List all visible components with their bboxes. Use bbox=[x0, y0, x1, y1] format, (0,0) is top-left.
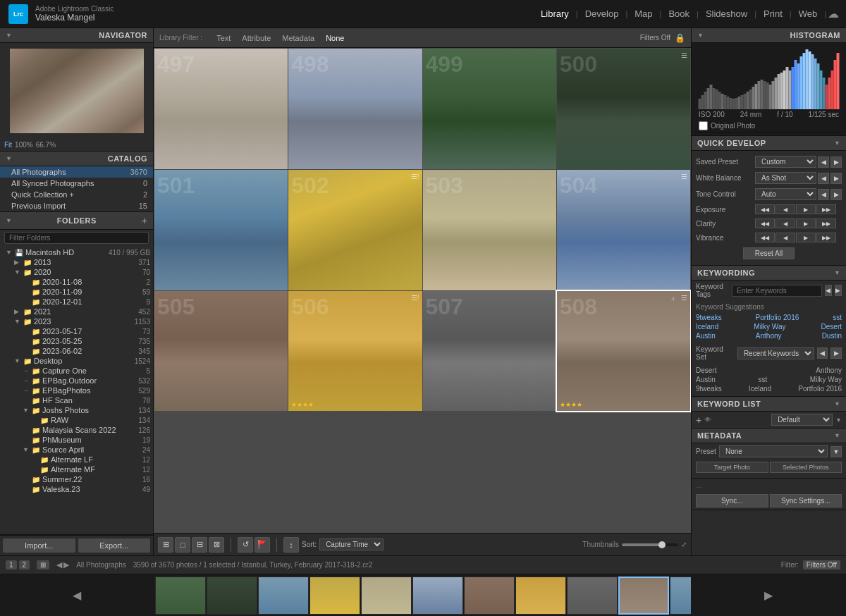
rotate-btn[interactable]: ↺ bbox=[238, 537, 253, 553]
folder-macintosh-hd[interactable]: ▼ 💾 Macintosh HD 410 / 995 GB bbox=[0, 247, 153, 257]
photo-cell-508[interactable]: 508 ☰ 4 ★★★★ bbox=[557, 291, 690, 412]
saved-preset-next-btn[interactable]: ▶ bbox=[830, 156, 842, 168]
film-thumb-505[interactable] bbox=[464, 577, 515, 615]
folder-joshs-photos[interactable]: ▼ 📁 Joshs Photos 134 bbox=[0, 405, 153, 415]
kw-tag-dustin[interactable]: Dustin bbox=[822, 332, 842, 340]
photo-cell-503[interactable]: 503 bbox=[423, 170, 556, 290]
keyword-visibility-icon[interactable]: 👁 bbox=[704, 416, 711, 424]
folder-20201201[interactable]: 📁 2020-12-01 9 bbox=[0, 297, 153, 307]
keyword-list-arrow[interactable]: ▼ bbox=[835, 417, 842, 424]
export-button[interactable]: Export... bbox=[78, 538, 151, 553]
zoom-fit[interactable]: Fit bbox=[4, 141, 12, 149]
film-thumb-499[interactable] bbox=[155, 577, 206, 615]
slider-thumb[interactable] bbox=[658, 541, 666, 548]
kw-set-next-btn[interactable]: ▶ bbox=[830, 347, 842, 359]
photo-cell-500[interactable]: 500 ☰ bbox=[557, 49, 690, 169]
metadata-preset-select[interactable]: None bbox=[719, 445, 828, 457]
tone-prev-btn[interactable]: ◀ bbox=[818, 189, 829, 200]
folder-epbagphotos[interactable]: → 📁 EPBagPhotos 529 bbox=[0, 386, 153, 395]
nav-web[interactable]: Web bbox=[793, 6, 823, 22]
kw-tag-austin[interactable]: Austin bbox=[696, 332, 716, 340]
folder-20230525[interactable]: 📁 2023-05-25 735 bbox=[0, 336, 153, 346]
nav-map[interactable]: Map bbox=[629, 6, 658, 22]
exposure-decrement[interactable]: ◀ bbox=[776, 204, 795, 214]
keyword-prev-btn[interactable]: ◀ bbox=[825, 285, 832, 296]
photo-cell-499[interactable]: 499 bbox=[423, 49, 556, 169]
kw-set-prev-btn[interactable]: ◀ bbox=[817, 347, 828, 359]
film-thumb-509[interactable] bbox=[670, 577, 691, 615]
clarity-increment[interactable]: ▶ bbox=[796, 218, 816, 228]
metadata-header[interactable]: Metadata ▼ bbox=[692, 429, 846, 443]
filter-none[interactable]: None bbox=[326, 34, 344, 42]
keyword-next-btn[interactable]: ▶ bbox=[835, 285, 842, 296]
film-thumb-506[interactable] bbox=[515, 577, 566, 615]
zoom-66[interactable]: 66.7% bbox=[36, 141, 56, 149]
folder-20230602[interactable]: 📁 2023-06-02 345 bbox=[0, 346, 153, 356]
clarity-increment-large[interactable]: ▶▶ bbox=[816, 218, 836, 228]
exposure-decrement-large[interactable]: ◀◀ bbox=[755, 204, 775, 214]
film-thumb-507[interactable] bbox=[567, 577, 618, 615]
cloud-icon[interactable]: ☁ bbox=[828, 7, 839, 20]
folder-malaysia[interactable]: 📁 Malaysia Scans 2022 126 bbox=[0, 425, 153, 435]
folder-capture-one[interactable]: → 📁 Capture One 5 bbox=[0, 366, 153, 376]
kw-tag-portfolio2016[interactable]: Portfolio 2016 bbox=[756, 314, 799, 321]
vibrance-decrement-large[interactable]: ◀◀ bbox=[755, 233, 775, 242]
keyword-tags-input[interactable] bbox=[732, 285, 821, 297]
photo-cell-504[interactable]: 504 ☰ bbox=[557, 170, 690, 290]
kw-set-item-9tweaks[interactable]: 9tweaks bbox=[696, 385, 722, 393]
clarity-decrement[interactable]: ◀ bbox=[776, 218, 795, 228]
nav-book[interactable]: Book bbox=[663, 6, 695, 22]
catalog-header[interactable]: ▼ Catalog bbox=[0, 152, 153, 166]
keyword-list-filter[interactable]: Default bbox=[771, 414, 833, 426]
folder-epbag-outdoor[interactable]: → 📁 EPBag.Outdoor 532 bbox=[0, 376, 153, 386]
filter-lock-icon[interactable]: 🔒 bbox=[675, 33, 685, 43]
folder-alternate-lf[interactable]: 📁 Alternate LF 12 bbox=[0, 455, 153, 464]
kw-set-item-portfolio[interactable]: Portfolio 2016 bbox=[798, 385, 842, 393]
kw-set-item-milkyway[interactable]: Milky Way bbox=[810, 376, 842, 383]
filter-text[interactable]: Text bbox=[216, 34, 231, 42]
filmstrip-right-arrow[interactable]: ▶ bbox=[764, 589, 773, 602]
add-keyword-icon[interactable]: + bbox=[696, 414, 701, 426]
folder-20201108[interactable]: 📁 2020-11-08 2 bbox=[0, 277, 153, 287]
folder-2013[interactable]: ▶ 📁 2013 371 bbox=[0, 257, 153, 267]
tone-control-select[interactable]: Auto bbox=[755, 188, 816, 200]
original-photo-checkbox[interactable] bbox=[699, 121, 708, 130]
import-button[interactable]: Import... bbox=[3, 538, 75, 553]
kw-set-item-austin[interactable]: Austin bbox=[696, 376, 716, 383]
folder-summer22[interactable]: 📁 Summer.22 16 bbox=[0, 474, 153, 484]
folder-20201109[interactable]: 📁 2020-11-09 59 bbox=[0, 287, 153, 297]
grid-view-btn[interactable]: ⊞ bbox=[158, 537, 173, 553]
folder-desktop[interactable]: ▼ 📁 Desktop 1524 bbox=[0, 356, 153, 366]
keywording-header[interactable]: Keywording ▼ bbox=[692, 266, 846, 281]
kw-tag-iceland[interactable]: Iceland bbox=[696, 323, 718, 331]
vibrance-decrement[interactable]: ◀ bbox=[776, 233, 795, 242]
folder-valeska23[interactable]: 📁 Valeska.23 49 bbox=[0, 484, 153, 494]
photo-cell-507[interactable]: 507 bbox=[423, 291, 556, 412]
filter-metadata[interactable]: Metadata bbox=[282, 34, 314, 42]
catalog-previous-import[interactable]: Previous Import 15 bbox=[0, 200, 153, 211]
nav-slideshow[interactable]: Slideshow bbox=[700, 6, 753, 22]
folder-alternate-mf[interactable]: 📁 Alternate MF 12 bbox=[0, 464, 153, 474]
quick-develop-header[interactable]: Quick Develop ▼ bbox=[692, 136, 846, 151]
slider-track[interactable] bbox=[622, 543, 678, 546]
kw-set-item-desert[interactable]: Desert bbox=[696, 366, 716, 374]
compare-view-btn[interactable]: ⊟ bbox=[192, 537, 207, 553]
filmstrip-left-arrow[interactable]: ◀ bbox=[73, 589, 81, 602]
catalog-quick-collection[interactable]: Quick Collection + 2 bbox=[0, 189, 153, 200]
keyword-list-header[interactable]: Keyword List ▼ bbox=[692, 397, 846, 412]
nav-library[interactable]: Library bbox=[535, 6, 575, 22]
tone-next-btn[interactable]: ▶ bbox=[830, 189, 842, 200]
film-thumb-500[interactable] bbox=[207, 577, 257, 615]
folder-2021[interactable]: ▶ 📁 2021 452 bbox=[0, 307, 153, 316]
sync-button[interactable]: Sync... bbox=[696, 494, 768, 507]
sort-select[interactable]: Capture Time File Name Rating bbox=[319, 538, 384, 550]
kw-tag-sst[interactable]: sst bbox=[833, 314, 842, 321]
exposure-increment[interactable]: ▶ bbox=[796, 204, 816, 214]
folder-2023[interactable]: ▼ 📁 2023 1153 bbox=[0, 316, 153, 326]
nav-print[interactable]: Print bbox=[758, 6, 788, 22]
view-2-badge[interactable]: 2 bbox=[19, 560, 30, 569]
film-thumb-502[interactable] bbox=[309, 577, 360, 615]
target-photo-btn[interactable]: Target Photo bbox=[696, 462, 768, 473]
photo-cell-501[interactable]: 501 bbox=[154, 170, 288, 290]
folder-2020[interactable]: ▼ 📁 2020 70 bbox=[0, 267, 153, 277]
